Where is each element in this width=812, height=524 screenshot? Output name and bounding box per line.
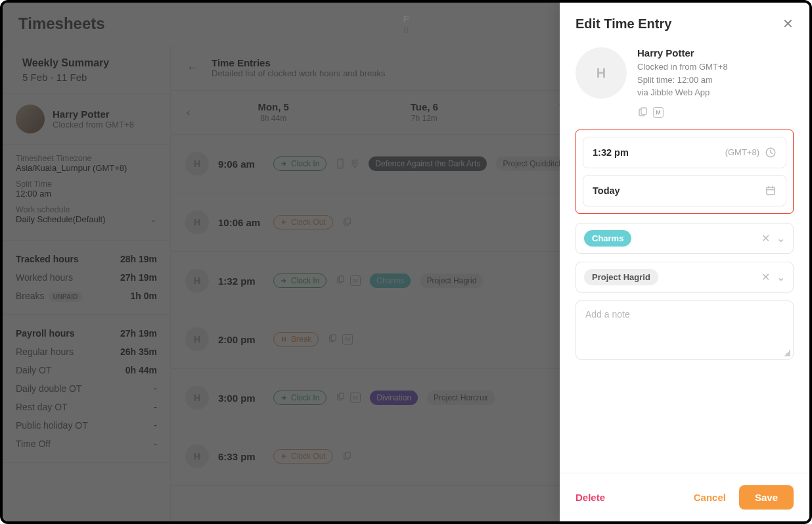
time-fields-highlight: 1:32 pm (GMT+8) Today xyxy=(575,130,794,214)
date-value: Today xyxy=(593,185,620,196)
cancel-button[interactable]: Cancel xyxy=(694,492,726,503)
clock-icon xyxy=(765,147,777,158)
activity-tag: Charms xyxy=(584,230,631,247)
panel-user-line1: Clocked in from GMT+8 xyxy=(637,60,728,74)
note-input[interactable]: Add a note xyxy=(575,300,794,360)
time-field[interactable]: 1:32 pm (GMT+8) xyxy=(583,137,786,168)
panel-user-line3: via Jibble Web App xyxy=(637,86,728,99)
clear-icon[interactable]: ✕ xyxy=(761,271,770,283)
time-value: 1:32 pm xyxy=(593,147,629,158)
panel-user-line2: Split time: 12:00 am xyxy=(637,74,728,87)
svg-rect-18 xyxy=(767,187,775,194)
edit-panel: Edit Time Entry ✕ H Harry Potter Clocked… xyxy=(560,3,809,521)
project-tag: Project Hagrid xyxy=(584,269,658,285)
m-badge-icon: M xyxy=(653,107,664,118)
panel-user-name: Harry Potter xyxy=(637,47,728,59)
save-button[interactable]: Save xyxy=(739,485,794,510)
panel-avatar: H xyxy=(575,47,627,99)
chevron-down-icon[interactable]: ⌄ xyxy=(777,232,785,245)
calendar-icon xyxy=(765,185,777,197)
tz-chip: (GMT+8) xyxy=(725,147,759,157)
close-icon[interactable]: ✕ xyxy=(782,16,794,32)
copy-icon xyxy=(637,107,648,118)
svg-rect-16 xyxy=(641,108,646,114)
delete-button[interactable]: Delete xyxy=(575,492,605,503)
chevron-down-icon[interactable]: ⌄ xyxy=(777,271,785,283)
activity-field[interactable]: Charms ✕ ⌄ xyxy=(575,223,794,254)
project-field[interactable]: Project Hagrid ✕ ⌄ xyxy=(575,262,794,293)
date-field[interactable]: Today xyxy=(583,175,786,206)
panel-title: Edit Time Entry xyxy=(575,16,671,32)
clear-icon[interactable]: ✕ xyxy=(761,232,770,245)
